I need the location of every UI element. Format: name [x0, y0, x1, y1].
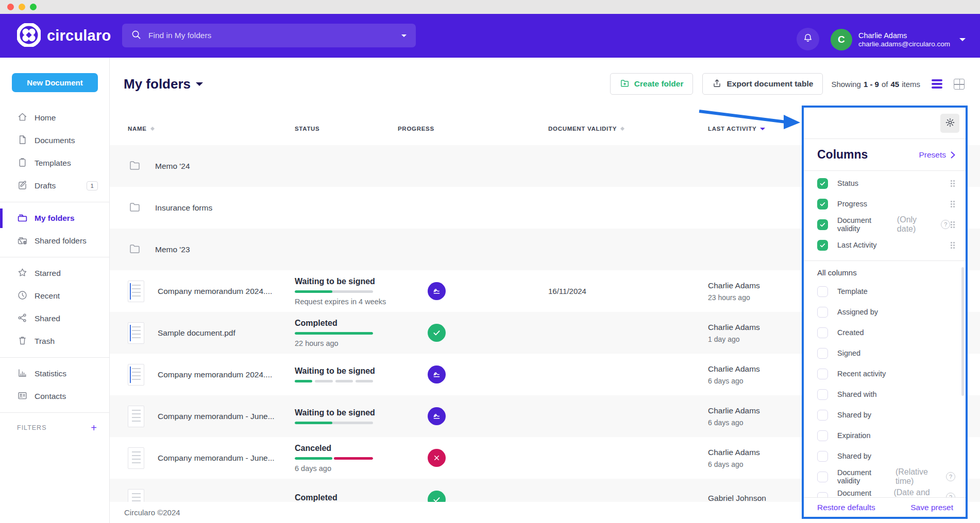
checkbox-checked-icon[interactable]: [817, 219, 828, 230]
folder-row-icon: [128, 159, 142, 173]
export-document-table-button[interactable]: Export document table: [702, 73, 823, 95]
sidebar-divider: [0, 202, 109, 202]
checkbox-unchecked[interactable]: [817, 286, 828, 297]
column-toggle-progress[interactable]: Progress: [804, 194, 966, 214]
checkbox-unchecked[interactable]: [817, 430, 828, 441]
column-toggle-shared-with[interactable]: Shared with: [804, 384, 966, 405]
sidebar-item-shared-folders[interactable]: Shared folders: [0, 230, 109, 252]
column-toggle-shared-by-2[interactable]: Shared by: [804, 446, 966, 466]
app-header: circularo C Charlie Adams charlie.adams@…: [0, 14, 980, 58]
chevron-right-icon: [951, 151, 955, 159]
column-toggle-signed[interactable]: Signed: [804, 343, 966, 363]
column-toggle-expiration[interactable]: Expiration: [804, 425, 966, 446]
column-header-progress[interactable]: PROGRESS: [398, 126, 475, 132]
user-menu[interactable]: C Charlie Adams charlie.adams@circularo.…: [831, 29, 966, 50]
signature-badge-icon: [428, 365, 446, 383]
create-folder-button[interactable]: Create folder: [610, 73, 694, 95]
sidebar-item-recent[interactable]: Recent: [0, 285, 109, 307]
save-preset-link[interactable]: Save preset: [910, 503, 953, 512]
progress-bar-canceled: [295, 457, 373, 460]
help-icon[interactable]: ?: [946, 472, 955, 481]
column-header-status[interactable]: STATUS: [295, 126, 398, 132]
zoom-window-button[interactable]: [30, 4, 37, 10]
column-toggle-document-validity-only-date[interactable]: Document validity (Only date) ?: [804, 214, 966, 235]
column-header-name[interactable]: NAME: [128, 125, 295, 133]
sidebar-item-starred[interactable]: Starred: [0, 262, 109, 285]
sidebar-item-documents[interactable]: Documents: [0, 129, 109, 152]
grid-view-toggle[interactable]: [954, 79, 965, 90]
share-icon: [17, 312, 28, 325]
column-settings-button[interactable]: [940, 114, 959, 133]
checkbox-unchecked[interactable]: [817, 327, 828, 338]
close-window-button[interactable]: [7, 4, 14, 10]
drag-handle[interactable]: [950, 200, 955, 208]
global-search[interactable]: [122, 24, 416, 47]
home-icon: [17, 112, 28, 125]
search-scope-chevron-icon[interactable]: [401, 34, 407, 40]
column-toggle-shared-by[interactable]: Shared by: [804, 405, 966, 425]
checkbox-checked-icon[interactable]: [817, 240, 828, 251]
main-content: My folders Create folder Export document…: [110, 58, 980, 523]
sidebar-item-drafts[interactable]: Drafts 1: [0, 175, 109, 197]
page-title[interactable]: My folders: [124, 76, 203, 92]
row-status: Waiting to be signed: [295, 367, 398, 376]
sidebar-item-statistics[interactable]: Statistics: [0, 362, 109, 385]
columns-settings-panel: Columns Presets Status Progress: [802, 106, 968, 519]
row-name: Company memorandum 2024....: [158, 287, 272, 296]
checkbox-checked-icon[interactable]: [817, 199, 828, 210]
presets-link[interactable]: Presets: [919, 150, 955, 160]
restore-defaults-link[interactable]: Restore defaults: [817, 503, 875, 512]
sidebar-item-home[interactable]: Home: [0, 107, 109, 129]
help-icon[interactable]: ?: [941, 220, 950, 229]
column-toggle-recent-activity[interactable]: Recent activity: [804, 363, 966, 384]
checkbox-unchecked[interactable]: [817, 307, 828, 318]
checkbox-unchecked[interactable]: [817, 451, 828, 462]
column-toggle-document-validity-relative-time[interactable]: Document validity(Relative time)?: [804, 466, 966, 487]
sidebar-item-my-folders[interactable]: My folders: [0, 207, 109, 230]
panel-scrollbar[interactable]: [961, 267, 964, 396]
checkbox-unchecked[interactable]: [817, 472, 828, 482]
sidebar-item-templates[interactable]: Templates: [0, 152, 109, 175]
sidebar-item-trash[interactable]: Trash: [0, 330, 109, 353]
sidebar-item-contacts[interactable]: Contacts: [0, 385, 109, 408]
checkbox-unchecked[interactable]: [817, 389, 828, 400]
checkbox-unchecked[interactable]: [817, 348, 828, 359]
search-input[interactable]: [148, 31, 401, 40]
new-document-button[interactable]: New Document: [12, 73, 98, 92]
circularo-logo[interactable]: circularo: [17, 23, 108, 49]
notifications-button[interactable]: [797, 28, 819, 50]
checkbox-unchecked[interactable]: [817, 369, 828, 379]
progress-bar: [295, 290, 373, 293]
app-window: circularo C Charlie Adams charlie.adams@…: [0, 0, 980, 523]
all-columns-label: All columns: [804, 265, 966, 279]
gear-icon: [945, 117, 955, 129]
document-thumbnail: [128, 322, 144, 344]
drag-handle[interactable]: [950, 180, 955, 187]
row-name: Sample document.pdf: [158, 328, 235, 338]
column-toggle-assigned-by[interactable]: Assigned by: [804, 302, 966, 322]
list-view-toggle[interactable]: [932, 79, 942, 89]
column-header-document-validity[interactable]: DOCUMENT VALIDITY: [475, 125, 650, 133]
document-thumbnail: [128, 281, 144, 302]
user-name: Charlie Adams: [858, 31, 950, 40]
drafts-count-badge: 1: [87, 181, 98, 190]
sidebar-divider: [0, 412, 109, 413]
document-thumbnail: [128, 364, 144, 386]
minimize-window-button[interactable]: [19, 4, 25, 10]
checkbox-checked-icon[interactable]: [817, 178, 828, 189]
column-toggle-created[interactable]: Created: [804, 322, 966, 343]
sort-icon: [150, 125, 155, 133]
add-filter-button[interactable]: +: [91, 423, 97, 433]
drag-handle[interactable]: [950, 221, 955, 229]
folder-row-icon: [128, 201, 142, 215]
column-toggle-last-activity[interactable]: Last Activity: [804, 235, 966, 255]
column-toggle-status[interactable]: Status: [804, 173, 966, 194]
drag-handle[interactable]: [950, 241, 955, 249]
avatar: C: [831, 29, 852, 50]
showing-count: Showing1 - 9of45items: [831, 80, 920, 89]
column-toggle-template[interactable]: Template: [804, 281, 966, 302]
sidebar-item-shared[interactable]: Shared: [0, 307, 109, 330]
checkbox-unchecked[interactable]: [817, 410, 828, 421]
row-status: Canceled: [295, 444, 398, 453]
row-validity: 16/11/2024: [475, 287, 650, 295]
